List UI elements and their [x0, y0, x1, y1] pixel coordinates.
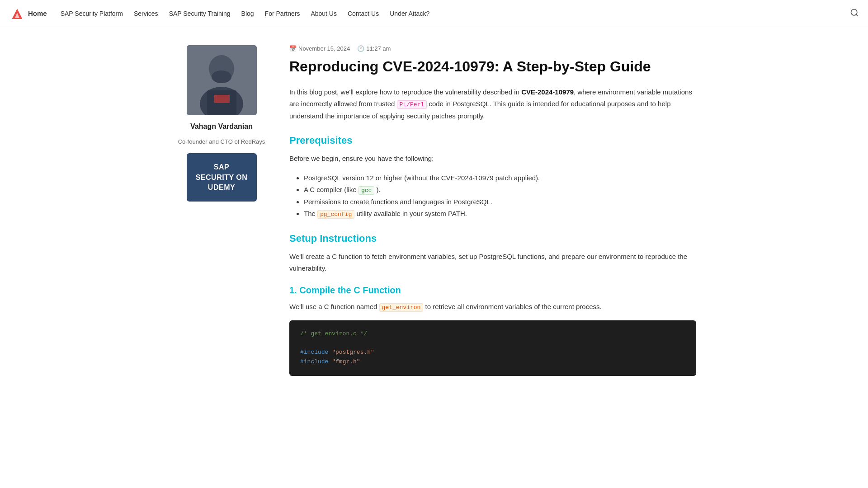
- udemy-banner[interactable]: SAP SECURITY ON UDEMY: [187, 153, 257, 202]
- clock-icon: 🕐: [357, 45, 364, 52]
- article-meta: 📅 November 15, 2024 🕐 11:27 am: [289, 45, 696, 52]
- article-title: Reproducing CVE-2024-10979: A Step-by-St…: [289, 57, 696, 75]
- plperl-code: PL/Perl: [397, 100, 427, 109]
- setup-heading: Setup Instructions: [289, 233, 696, 244]
- nav-blog[interactable]: Blog: [237, 7, 259, 20]
- get-environ-code: get_environ: [379, 303, 424, 312]
- nav-about-us[interactable]: About Us: [306, 7, 341, 20]
- compile-heading: 1. Compile the C Function: [289, 285, 696, 296]
- svg-point-9: [212, 70, 231, 83]
- article-date: 📅 November 15, 2024: [289, 45, 350, 52]
- brand-name: Home: [28, 9, 47, 17]
- pgconfig-code: pg_config: [317, 210, 354, 219]
- list-item: PostgreSQL version 12 or higher (without…: [304, 172, 696, 184]
- prerequisites-heading: Prerequisites: [289, 135, 696, 146]
- author-name: Vahagn Vardanian: [190, 122, 253, 131]
- gcc-code: gcc: [359, 186, 374, 195]
- setup-intro: We'll create a C function to fetch envir…: [289, 251, 696, 275]
- article-body: In this blog post, we'll explore how to …: [289, 86, 696, 376]
- nav-sap-security-training[interactable]: SAP Security Training: [165, 7, 235, 20]
- list-item: Permissions to create functions and lang…: [304, 196, 696, 208]
- brand-logo-icon: [9, 5, 25, 22]
- nav-links: SAP Security Platform Services SAP Secur…: [56, 9, 850, 18]
- nav-for-partners[interactable]: For Partners: [260, 7, 305, 20]
- list-item: A C compiler (like gcc ).: [304, 184, 696, 196]
- prereq-intro: Before we begin, ensure you have the fol…: [289, 153, 696, 164]
- nav-under-attack[interactable]: Under Attack?: [385, 7, 434, 20]
- author-title: Co-founder and CTO of RedRays: [178, 138, 265, 146]
- page-container: Vahagn Vardanian Co-founder and CTO of R…: [163, 27, 705, 394]
- sidebar: Vahagn Vardanian Co-founder and CTO of R…: [172, 45, 271, 376]
- brand-link[interactable]: Home: [9, 5, 47, 22]
- svg-rect-11: [214, 95, 230, 103]
- article: 📅 November 15, 2024 🕐 11:27 am Reproduci…: [289, 45, 696, 376]
- search-icon: [850, 8, 859, 17]
- nav-contact-us[interactable]: Contact Us: [343, 7, 383, 20]
- author-avatar: [187, 45, 257, 115]
- code-content: /* get_environ.c */ #include "postgres.h…: [300, 329, 685, 367]
- nav-sap-security-platform[interactable]: SAP Security Platform: [56, 7, 127, 20]
- calendar-icon: 📅: [289, 45, 297, 52]
- cve-id: CVE-2024-10979: [521, 88, 574, 96]
- nav-services[interactable]: Services: [129, 7, 163, 20]
- list-item: The pg_config utility available in your …: [304, 208, 696, 220]
- prereq-list: PostgreSQL version 12 or higher (without…: [289, 172, 696, 220]
- navbar: Home SAP Security Platform Services SAP …: [0, 0, 868, 27]
- avatar-image: [187, 45, 257, 115]
- intro-paragraph: In this blog post, we'll explore how to …: [289, 86, 696, 122]
- article-time: 🕐 11:27 am: [357, 45, 391, 52]
- svg-line-5: [856, 14, 858, 16]
- code-block: /* get_environ.c */ #include "postgres.h…: [289, 320, 696, 376]
- search-button[interactable]: [850, 8, 859, 19]
- compile-intro: We'll use a C function named get_environ…: [289, 301, 696, 313]
